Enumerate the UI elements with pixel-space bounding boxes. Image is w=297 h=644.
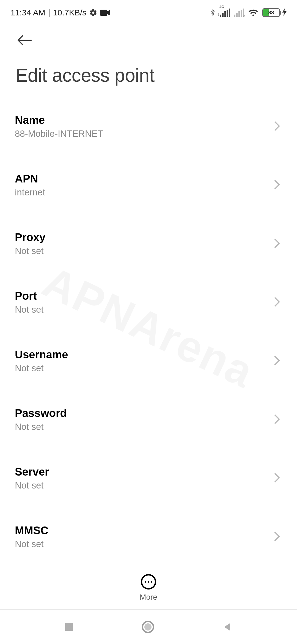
settings-list: Name 88-Mobile-INTERNET APN internet Pro… (0, 105, 297, 617)
signal-sim2-icon: ✕ (234, 9, 244, 17)
field-value: Not set (15, 304, 44, 315)
camera-icon (100, 9, 110, 16)
battery-icon: 38 (262, 8, 287, 17)
field-name[interactable]: Name 88-Mobile-INTERNET (15, 105, 282, 148)
field-value: internet (15, 187, 45, 198)
field-label: MMSC (15, 524, 48, 537)
nav-recents-button[interactable] (64, 622, 74, 632)
chevron-right-icon (273, 238, 280, 250)
svg-point-4 (144, 623, 152, 631)
nav-home-button[interactable] (141, 620, 155, 634)
square-icon (64, 622, 74, 632)
chevron-right-icon (273, 472, 280, 484)
field-value: Not set (15, 539, 48, 549)
chevron-right-icon (273, 531, 280, 543)
bluetooth-icon (210, 8, 216, 17)
header: Edit access point (0, 25, 297, 86)
more-label: More (140, 593, 157, 602)
signal-sim1-icon: 4G ⸾ (220, 9, 230, 17)
more-icon (141, 574, 156, 590)
chevron-right-icon (273, 121, 280, 133)
field-value: Not set (15, 422, 67, 432)
field-port[interactable]: Port Not set (15, 280, 282, 324)
no-sim-icon: ✕ (243, 13, 246, 18)
chevron-right-icon (273, 296, 280, 309)
field-proxy[interactable]: Proxy Not set (15, 222, 282, 266)
circle-icon (141, 620, 155, 634)
field-label: Server (15, 466, 49, 478)
battery-percent: 38 (263, 9, 279, 16)
signal-4g-badge: 4G (219, 5, 224, 9)
status-speed: 10.7KB/s (53, 8, 87, 17)
field-label: Password (15, 407, 67, 419)
status-right: 4G ⸾ ✕ 38 (210, 8, 287, 17)
status-left: 11:34 AM | 10.7KB/s (10, 8, 110, 17)
field-password[interactable]: Password Not set (15, 398, 282, 441)
bottom-bar: More (0, 559, 297, 644)
field-label: APN (15, 173, 45, 185)
field-value: Not set (15, 480, 49, 491)
chevron-right-icon (273, 414, 280, 426)
field-label: Port (15, 290, 44, 302)
nav-bar (0, 610, 297, 644)
vibrate-icon: ⸾ (217, 12, 219, 17)
charging-icon (282, 8, 287, 17)
field-value: 88-Mobile-INTERNET (15, 129, 103, 139)
field-value: Not set (15, 246, 45, 256)
triangle-back-icon (222, 621, 233, 632)
back-button[interactable] (15, 30, 35, 50)
field-mmsc[interactable]: MMSC Not set (15, 515, 282, 559)
field-apn[interactable]: APN internet (15, 163, 282, 207)
svg-rect-2 (65, 623, 73, 631)
status-separator: | (48, 8, 50, 17)
field-server[interactable]: Server Not set (15, 456, 282, 500)
page-title: Edit access point (15, 64, 282, 86)
wifi-icon (248, 9, 258, 17)
back-arrow-icon (17, 35, 32, 46)
nav-back-button[interactable] (222, 621, 233, 632)
chevron-right-icon (273, 179, 280, 191)
field-label: Name (15, 114, 103, 126)
field-value: Not set (15, 363, 68, 373)
field-label: Proxy (15, 231, 45, 244)
chevron-right-icon (273, 355, 280, 367)
svg-rect-0 (100, 10, 107, 16)
field-label: Username (15, 348, 68, 361)
status-time: 11:34 AM (10, 8, 45, 17)
status-bar: 11:34 AM | 10.7KB/s 4G ⸾ ✕ 38 (0, 0, 297, 25)
more-button[interactable]: More (0, 574, 297, 602)
gear-icon (89, 9, 97, 17)
field-username[interactable]: Username Not set (15, 339, 282, 383)
